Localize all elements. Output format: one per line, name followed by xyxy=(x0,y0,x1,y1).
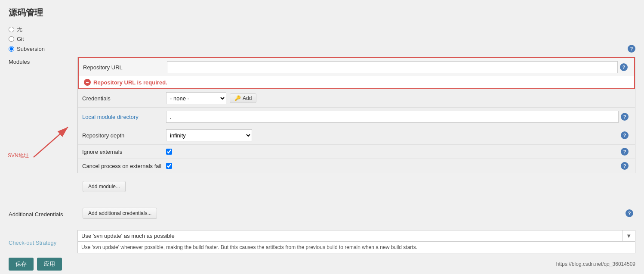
source-type-radio-group: 无 Git Subversion ? xyxy=(9,25,635,53)
additional-credentials-label: Additional Credentials xyxy=(9,209,77,218)
ignore-externals-label: Ignore externals xyxy=(82,149,166,155)
radio-none-label[interactable]: 无 xyxy=(17,25,22,33)
checkout-strategy-label: Check-out Strategy xyxy=(9,238,77,246)
repo-depth-label: Repository depth xyxy=(82,132,166,139)
repo-url-value xyxy=(167,61,618,73)
modules-section: Modules Repository URL ? – xyxy=(9,57,635,196)
svn-help-icon[interactable]: ? xyxy=(628,45,635,53)
additional-credentials-content: Add additional credentials... xyxy=(77,203,623,223)
local-dir-input[interactable] xyxy=(166,111,619,123)
local-dir-help-icon[interactable]: ? xyxy=(621,113,629,121)
repository-url-row: Repository URL ? xyxy=(79,58,634,76)
additional-credentials-row: Additional Credentials Add additional cr… xyxy=(9,203,635,223)
checkout-description: Use 'svn update' whenever possible, maki… xyxy=(77,242,635,253)
footer-url: https://blog.csdn.net/qq_36014509 xyxy=(556,261,635,267)
credentials-select[interactable]: - none - xyxy=(166,92,226,104)
checkout-dropdown-arrow: ▼ xyxy=(622,230,635,241)
credentials-row: Credentials - none - 🔑 Add xyxy=(78,89,635,107)
repo-url-error: – Repository URL is required. xyxy=(79,76,634,88)
local-dir-value xyxy=(166,111,619,123)
local-dir-label: Local module directory xyxy=(82,114,166,120)
bottom-bar: 保存 应用 https://blog.csdn.net/qq_36014509 xyxy=(0,254,644,274)
radio-none-row: 无 xyxy=(9,25,635,33)
error-text: Repository URL is required. xyxy=(93,79,167,86)
ignore-externals-help: ? xyxy=(619,148,631,156)
checkout-strategy-content: Use 'svn update' as much as possible ▼ U… xyxy=(77,230,635,253)
local-dir-help: ? xyxy=(619,113,631,121)
cancel-process-row: Cancel process on externals fail ? xyxy=(78,159,635,173)
repo-url-label: Repository URL xyxy=(83,64,167,71)
radio-svn-row: Subversion ? xyxy=(9,45,635,53)
add-module-button[interactable]: Add module... xyxy=(83,181,126,192)
save-button[interactable]: 保存 xyxy=(9,258,34,271)
radio-svn[interactable] xyxy=(9,46,14,52)
apply-button[interactable]: 应用 xyxy=(37,258,62,271)
cancel-process-checkbox[interactable] xyxy=(166,163,172,169)
radio-svn-label[interactable]: Subversion xyxy=(17,46,45,52)
module-rows-container: Repository URL ? – Repository URL is req… xyxy=(77,57,635,173)
modules-label: Modules xyxy=(9,57,77,65)
additional-help: ? xyxy=(623,209,635,217)
key-icon: 🔑 xyxy=(234,95,241,101)
page-title: 源码管理 xyxy=(9,7,635,19)
repo-depth-select[interactable]: infinity empty files immediates xyxy=(166,129,252,141)
additional-help-icon[interactable]: ? xyxy=(626,209,633,217)
radio-none[interactable] xyxy=(9,27,14,32)
checkout-selected-value: Use 'svn update' as much as possible xyxy=(78,230,622,241)
repo-depth-help: ? xyxy=(619,131,631,139)
ignore-externals-row: Ignore externals ? xyxy=(78,144,635,159)
cancel-process-help: ? xyxy=(619,162,631,170)
modules-content: Repository URL ? – Repository URL is req… xyxy=(77,57,635,196)
add-btn-label: Add xyxy=(243,95,252,101)
repo-url-help-icon[interactable]: ? xyxy=(620,63,628,71)
checkout-strategy-row: Check-out Strategy Use 'svn update' as m… xyxy=(9,230,635,253)
radio-git[interactable] xyxy=(9,36,14,42)
repo-depth-row: Repository depth infinity empty files im… xyxy=(78,126,635,144)
credentials-label: Credentials xyxy=(82,95,166,102)
add-additional-credentials-button[interactable]: Add additional credentials... xyxy=(83,208,157,219)
repo-depth-value: infinity empty files immediates xyxy=(166,129,619,141)
error-icon: – xyxy=(84,79,91,86)
local-dir-row: Local module directory ? xyxy=(78,107,635,126)
repository-url-section: Repository URL ? – Repository URL is req… xyxy=(78,57,635,89)
add-module-container: Add module... xyxy=(77,177,635,196)
cancel-process-help-icon[interactable]: ? xyxy=(621,162,629,170)
radio-git-row: Git xyxy=(9,36,635,42)
repo-depth-help-icon[interactable]: ? xyxy=(621,131,629,139)
cancel-process-value xyxy=(166,163,619,169)
ignore-externals-checkbox[interactable] xyxy=(166,149,172,155)
repo-url-help: ? xyxy=(618,63,630,71)
ignore-externals-help-icon[interactable]: ? xyxy=(621,148,629,156)
repository-url-input[interactable] xyxy=(167,61,618,73)
credentials-value: - none - 🔑 Add xyxy=(166,92,619,104)
page-container: 源码管理 无 Git Subversion ? Modules Re xyxy=(0,0,644,274)
radio-git-label[interactable]: Git xyxy=(17,36,24,42)
add-credentials-button[interactable]: 🔑 Add xyxy=(230,93,256,103)
checkout-dropdown[interactable]: Use 'svn update' as much as possible ▼ xyxy=(77,230,635,242)
cancel-process-label: Cancel process on externals fail xyxy=(82,163,166,169)
ignore-externals-value xyxy=(166,149,619,155)
